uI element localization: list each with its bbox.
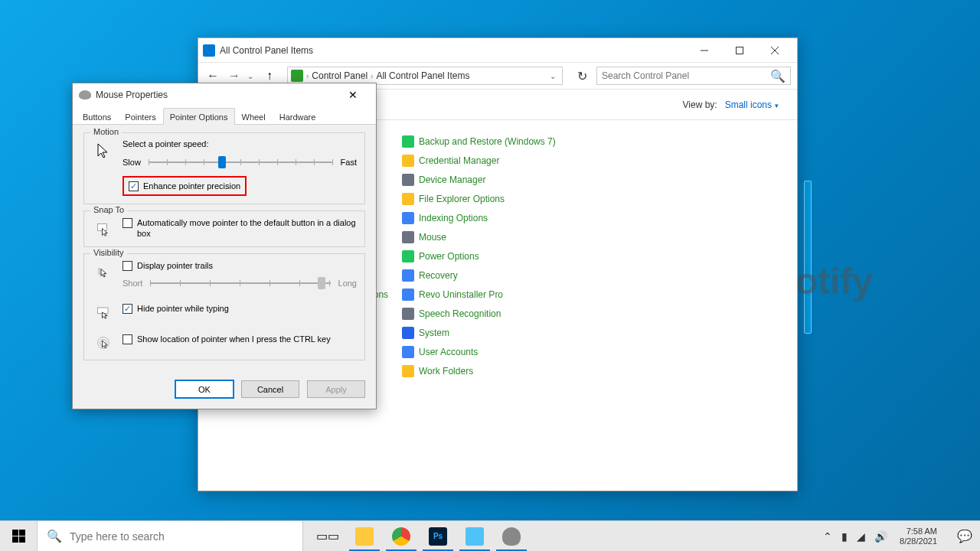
volume-icon[interactable]: 🔊	[874, 530, 887, 543]
mouse-taskbar[interactable]	[493, 521, 530, 551]
minimize-button[interactable]	[687, 39, 722, 62]
titlebar[interactable]: All Control Panel Items	[198, 38, 797, 62]
history-dropdown[interactable]: ⌄	[247, 72, 256, 80]
hide-typing-checkbox[interactable]	[122, 304, 132, 314]
item-icon	[402, 155, 414, 167]
ctrl-locate-label: Show location of pointer when I press th…	[137, 334, 331, 344]
tab-pointers[interactable]: Pointers	[118, 108, 162, 124]
cursor-icon	[96, 142, 110, 161]
system-tray: ⌃ ▮ ◢ 🔊 7:58 AM 8/28/2021	[814, 521, 949, 551]
snap-icon	[96, 220, 110, 239]
search-icon[interactable]: 🔍	[770, 69, 786, 83]
item-label: Power Options	[419, 251, 479, 262]
forward-button[interactable]: →	[226, 67, 243, 84]
control-panel-item[interactable]: User Accounts	[402, 346, 586, 358]
taskbar: 🔍 ▭▭ Ps ⌃ ▮ ◢ 🔊 7:58 AM 8/28/2021 💬	[0, 520, 980, 551]
control-panel-item[interactable]: Device Manager	[402, 174, 586, 186]
trails-label: Display pointer trails	[137, 260, 213, 271]
tab-buttons[interactable]: Buttons	[76, 108, 118, 124]
breadcrumb-all-items[interactable]: All Control Panel Items	[376, 70, 469, 81]
clock[interactable]: 7:58 AM 8/28/2021	[897, 527, 940, 546]
fast-label: Fast	[341, 158, 357, 167]
view-by-dropdown[interactable]: Small icons▾	[725, 99, 779, 110]
control-panel-item[interactable]: Mouse	[402, 231, 586, 243]
control-panel-icon	[203, 44, 215, 57]
up-button[interactable]: ↑	[261, 67, 278, 84]
item-icon	[402, 250, 414, 262]
item-icon	[402, 135, 414, 148]
back-button[interactable]: ←	[204, 67, 221, 84]
control-panel-item[interactable]: Revo Uninstaller Pro	[402, 289, 586, 301]
control-panel-item[interactable]: File Explorer Options	[402, 193, 586, 205]
mouse-icon	[502, 527, 521, 546]
tab-pointer-options[interactable]: Pointer Options	[163, 108, 235, 125]
trails-icon	[96, 263, 110, 282]
enhance-precision-label: Enhance pointer precision	[143, 181, 240, 191]
photoshop-taskbar[interactable]: Ps	[420, 521, 456, 551]
chevron-down-icon: ▾	[775, 102, 779, 109]
dialog-titlebar[interactable]: Mouse Properties ✕	[73, 83, 376, 106]
apply-button[interactable]: Apply	[307, 380, 365, 398]
close-button[interactable]: ✕	[336, 84, 370, 106]
tab-hardware[interactable]: Hardware	[273, 108, 323, 124]
control-panel-item[interactable]: Recovery	[402, 269, 586, 282]
group-title: Visibility	[90, 248, 127, 257]
snap-to-label: Automatically move pointer to the defaul…	[137, 217, 357, 239]
breadcrumb-control-panel[interactable]: Control Panel	[312, 70, 368, 81]
search-input[interactable]	[602, 70, 766, 81]
tab-wheel[interactable]: Wheel	[235, 108, 273, 124]
dialog-buttons: OK Cancel Apply	[73, 374, 376, 409]
close-button[interactable]	[757, 39, 792, 62]
snap-to-group: Snap To Automatically move pointer to th…	[83, 210, 365, 247]
item-label: Device Manager	[419, 174, 485, 185]
pointer-speed-slider[interactable]	[149, 155, 333, 170]
tray-chevron-icon[interactable]: ⌃	[823, 530, 832, 543]
windows-icon	[11, 530, 25, 543]
search-box[interactable]: 🔍	[596, 67, 791, 85]
item-icon	[402, 289, 414, 301]
control-panel-item[interactable]: Credential Manager	[402, 155, 586, 167]
item-label: Credential Manager	[419, 155, 499, 166]
item-icon	[402, 212, 414, 224]
control-panel-item[interactable]: Work Folders	[402, 365, 586, 377]
item-label: Work Folders	[419, 366, 473, 377]
control-panel-item[interactable]: Speech Recognition	[402, 308, 586, 320]
ctrl-locate-checkbox[interactable]	[122, 334, 132, 344]
file-explorer-taskbar[interactable]	[346, 521, 383, 551]
refresh-button[interactable]: ↻	[572, 67, 592, 85]
start-button[interactable]	[0, 521, 37, 551]
maximize-button[interactable]	[722, 39, 757, 62]
snap-to-checkbox[interactable]	[122, 218, 132, 228]
task-view-button[interactable]: ▭▭	[309, 521, 346, 551]
taskbar-search-input[interactable]	[70, 530, 293, 543]
items-column-2: Backup and Restore (Windows 7)Credential…	[402, 135, 586, 377]
control-panel-item[interactable]: Power Options	[402, 250, 586, 262]
slow-label: Slow	[122, 158, 141, 167]
item-icon	[402, 269, 414, 282]
control-panel-item[interactable]: Backup and Restore (Windows 7)	[402, 135, 586, 148]
address-dropdown-icon[interactable]: ⌄	[550, 72, 556, 80]
app-taskbar[interactable]	[456, 521, 493, 551]
item-label: Recovery	[419, 270, 458, 281]
mouse-icon	[79, 90, 91, 99]
item-label: System	[419, 328, 449, 338]
ok-button[interactable]: OK	[175, 380, 234, 398]
enhance-precision-checkbox[interactable]	[129, 181, 139, 191]
chrome-taskbar[interactable]	[383, 521, 420, 551]
control-panel-item[interactable]: System	[402, 327, 586, 339]
control-panel-item[interactable]: Indexing Options	[402, 212, 586, 224]
trails-checkbox[interactable]	[122, 261, 132, 271]
tabs: ButtonsPointersPointer OptionsWheelHardw…	[73, 106, 376, 125]
group-title: Motion	[90, 127, 122, 136]
dialog-title: Mouse Properties	[96, 90, 336, 100]
cancel-button[interactable]: Cancel	[241, 380, 299, 398]
taskbar-search[interactable]: 🔍	[37, 521, 303, 551]
wifi-icon[interactable]: ◢	[857, 530, 865, 543]
item-icon	[402, 327, 414, 339]
notifications-button[interactable]: 💬	[949, 521, 980, 551]
ctrl-locate-icon	[96, 334, 110, 352]
date: 8/28/2021	[900, 536, 937, 546]
app-icon	[466, 527, 484, 546]
battery-icon[interactable]: ▮	[841, 530, 848, 543]
folder-icon	[355, 527, 374, 546]
